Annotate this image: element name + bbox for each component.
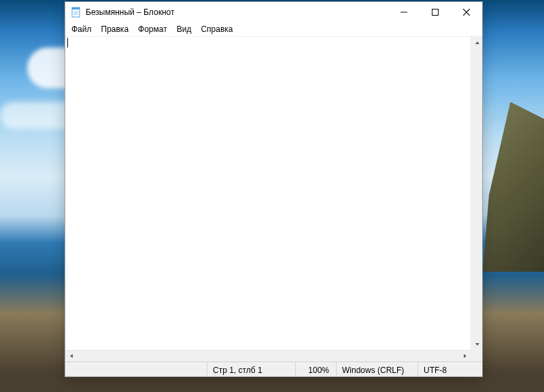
- scroll-corner: [471, 350, 482, 361]
- editor-container: [65, 36, 482, 350]
- scroll-down-icon[interactable]: [471, 338, 482, 350]
- text-caret: [67, 38, 68, 48]
- close-button[interactable]: [451, 2, 482, 22]
- window-title: Безымянный – Блокнот: [86, 7, 174, 17]
- menu-file[interactable]: Файл: [67, 24, 97, 35]
- scroll-left-icon[interactable]: [65, 351, 77, 362]
- svg-rect-1: [72, 7, 80, 10]
- maximize-button[interactable]: [420, 2, 451, 22]
- wallpaper-rock: [483, 102, 544, 272]
- scroll-up-icon[interactable]: [471, 37, 482, 48]
- vertical-scrollbar[interactable]: [471, 37, 482, 350]
- minimize-button[interactable]: [388, 2, 420, 22]
- scroll-right-icon[interactable]: [459, 351, 471, 362]
- horizontal-scroll-row: [65, 350, 482, 361]
- menu-edit[interactable]: Правка: [97, 24, 134, 35]
- text-editor[interactable]: [65, 37, 177, 61]
- status-cursor-position: Стр 1, стлб 1: [207, 362, 295, 376]
- svg-marker-11: [70, 354, 73, 358]
- menu-format[interactable]: Формат: [133, 24, 172, 35]
- svg-marker-10: [475, 343, 479, 346]
- titlebar[interactable]: Безымянный – Блокнот: [65, 2, 482, 22]
- svg-marker-9: [475, 41, 479, 44]
- horizontal-scrollbar[interactable]: [65, 350, 471, 361]
- menubar: Файл Правка Формат Вид Справка: [65, 22, 482, 36]
- notepad-window: Безымянный – Блокнот Файл Правка Формат …: [65, 1, 483, 377]
- status-encoding: UTF-8: [418, 362, 482, 376]
- notepad-app-icon: [71, 7, 82, 18]
- menu-view[interactable]: Вид: [172, 24, 197, 35]
- desktop-wallpaper: Безымянный – Блокнот Файл Правка Формат …: [0, 0, 544, 392]
- svg-marker-12: [464, 354, 466, 358]
- statusbar: Стр 1, стлб 1 100% Windows (CRLF) UTF-8: [65, 361, 482, 376]
- text-area-wrap: [65, 37, 471, 350]
- menu-help[interactable]: Справка: [196, 24, 237, 35]
- status-zoom: 100%: [295, 362, 336, 376]
- status-spacer: [65, 362, 207, 376]
- status-line-ending: Windows (CRLF): [336, 362, 418, 376]
- svg-rect-6: [432, 10, 439, 16]
